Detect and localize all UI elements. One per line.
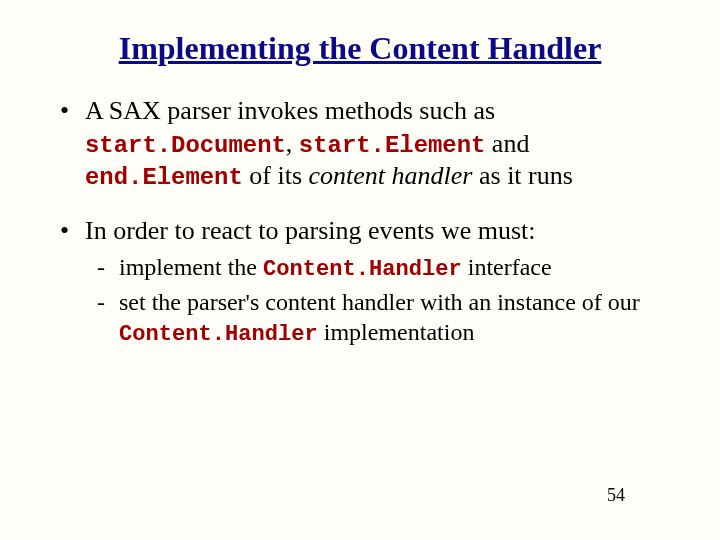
slide: Implementing the Content Handler A SAX p… <box>0 0 720 540</box>
sub-item: set the parser's content handler with an… <box>85 287 665 349</box>
text-fragment: set the parser's content handler with an… <box>119 289 640 315</box>
italic-fragment: content handler <box>309 161 473 190</box>
text-fragment: , <box>286 129 299 158</box>
text-fragment: In order to react to parsing events we m… <box>85 216 536 245</box>
page-number: 54 <box>607 485 625 506</box>
code-fragment: Content.Handler <box>119 322 318 347</box>
sub-list: implement the Content.Handler interface … <box>85 252 665 349</box>
code-fragment: start.Element <box>299 132 486 159</box>
bullet-item: In order to react to parsing events we m… <box>55 215 665 349</box>
text-fragment: of its <box>243 161 309 190</box>
text-fragment: interface <box>462 254 552 280</box>
slide-title: Implementing the Content Handler <box>55 30 665 67</box>
text-fragment: and <box>485 129 529 158</box>
text-fragment: as it runs <box>472 161 572 190</box>
sub-item: implement the Content.Handler interface <box>85 252 665 284</box>
text-fragment: implement the <box>119 254 263 280</box>
text-fragment: A SAX parser invokes methods such as <box>85 96 495 125</box>
code-fragment: end.Element <box>85 164 243 191</box>
code-fragment: start.Document <box>85 132 286 159</box>
text-fragment: implementation <box>318 319 475 345</box>
bullet-item: A SAX parser invokes methods such as sta… <box>55 95 665 193</box>
bullet-list: A SAX parser invokes methods such as sta… <box>55 95 665 349</box>
code-fragment: Content.Handler <box>263 257 462 282</box>
